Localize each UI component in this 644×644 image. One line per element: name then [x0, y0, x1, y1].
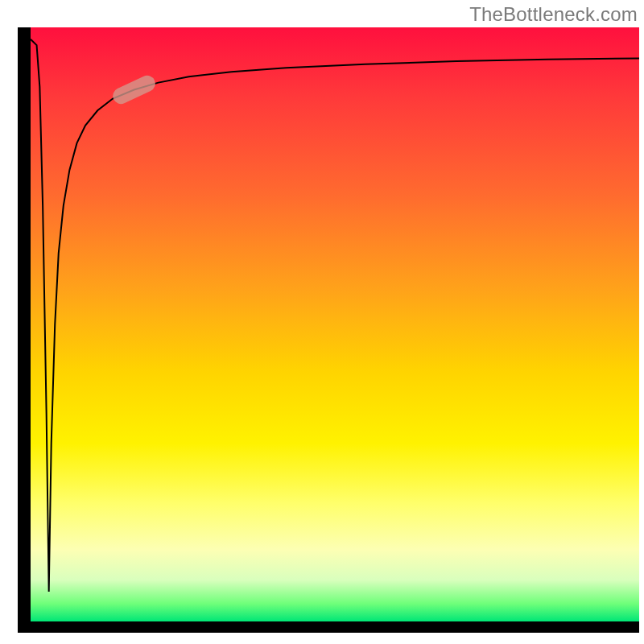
x-axis-bar [18, 621, 639, 633]
svg-rect-0 [110, 73, 158, 107]
marker-pill [110, 73, 158, 107]
plot-overlay [31, 27, 639, 621]
y-axis-bar [18, 27, 31, 633]
bottleneck-curve [31, 39, 639, 592]
attribution-label: TheBottleneck.com [469, 3, 638, 26]
chart-stage: TheBottleneck.com [0, 0, 644, 644]
